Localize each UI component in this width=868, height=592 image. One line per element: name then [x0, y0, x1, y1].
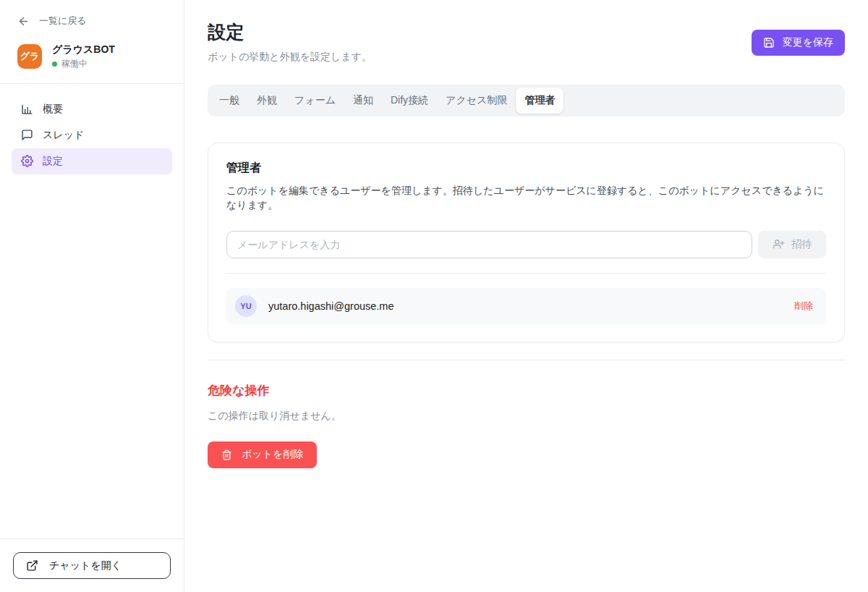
- settings-tabbar: 一般 外観 フォーム 通知 Dify接続 アクセス制限 管理者: [208, 85, 845, 117]
- tab-access-restriction[interactable]: アクセス制限: [437, 88, 516, 114]
- open-chat-button[interactable]: チャットを開く: [13, 552, 171, 579]
- save-changes-button[interactable]: 変更を保存: [752, 30, 845, 56]
- delete-bot-label: ボットを削除: [242, 448, 303, 461]
- status-dot-icon: [52, 62, 57, 67]
- card-divider: [226, 273, 826, 274]
- danger-zone: 危険な操作 この操作は取り消せません。 ボットを削除: [208, 382, 845, 468]
- bar-chart-icon: [21, 103, 33, 115]
- gear-icon: [21, 155, 33, 167]
- danger-zone-note: この操作は取り消せません。: [208, 410, 845, 423]
- back-to-list-label: 一覧に戻る: [39, 14, 87, 28]
- external-link-icon: [26, 559, 38, 572]
- tab-notifications[interactable]: 通知: [344, 88, 382, 114]
- back-to-list-button[interactable]: 一覧に戻る: [17, 14, 87, 28]
- tab-admins[interactable]: 管理者: [516, 88, 563, 114]
- admins-card-title: 管理者: [226, 161, 826, 176]
- bot-status-label: 稼働中: [61, 58, 88, 70]
- email-input[interactable]: [226, 231, 752, 258]
- arrow-left-icon: [17, 15, 30, 28]
- sidebar: 一覧に戻る グラ グラウスBOT 稼働中 概要 スレッド: [0, 0, 184, 592]
- main-content: 設定 ボットの挙動と外観を設定します。 変更を保存 一般 外観 フォーム 通知 …: [184, 0, 868, 592]
- sidebar-footer: チャットを開く: [0, 538, 184, 592]
- invite-button[interactable]: 招待: [758, 231, 826, 258]
- save-changes-label: 変更を保存: [783, 36, 833, 49]
- invite-row: 招待: [226, 231, 826, 258]
- sidebar-item-label: 設定: [43, 155, 63, 168]
- floppy-disk-icon: [763, 37, 775, 48]
- bot-status: 稼働中: [52, 58, 115, 70]
- admins-card: 管理者 このボットを編集できるユーザーを管理します。招待したユーザーがサービスに…: [208, 143, 845, 342]
- page-header-text: 設定 ボットの挙動と外観を設定します。: [208, 20, 372, 64]
- section-divider: [208, 360, 845, 360]
- member-delete-button[interactable]: 削除: [794, 300, 813, 313]
- open-chat-label: チャットを開く: [49, 559, 122, 572]
- bot-meta: グラウスBOT 稼働中: [52, 43, 115, 70]
- sidebar-item-settings[interactable]: 設定: [12, 148, 172, 174]
- sidebar-item-overview[interactable]: 概要: [12, 96, 172, 122]
- page-header: 設定 ボットの挙動と外観を設定します。 変更を保存: [208, 20, 845, 64]
- member-email: yutaro.higashi@grouse.me: [268, 300, 394, 312]
- admins-card-description: このボットを編集できるユーザーを管理します。招待したユーザーがサービスに登録する…: [226, 183, 826, 213]
- back-row: 一覧に戻る: [0, 0, 184, 39]
- sidebar-item-label: スレッド: [43, 129, 84, 142]
- sidebar-nav: 概要 スレッド 設定: [0, 83, 184, 187]
- member-row: YU yutaro.higashi@grouse.me 削除: [226, 288, 826, 324]
- sidebar-item-threads[interactable]: スレッド: [12, 122, 172, 148]
- delete-bot-button[interactable]: ボットを削除: [208, 441, 317, 468]
- bot-name: グラウスBOT: [52, 43, 115, 56]
- tab-dify-connection[interactable]: Dify接続: [382, 88, 437, 114]
- sidebar-item-label: 概要: [43, 103, 63, 116]
- danger-zone-title: 危険な操作: [208, 382, 845, 399]
- bot-avatar: グラ: [17, 44, 42, 69]
- page-title: 設定: [208, 20, 372, 44]
- chat-bubble-icon: [21, 129, 33, 141]
- invite-label: 招待: [792, 238, 812, 251]
- tab-form[interactable]: フォーム: [286, 88, 344, 114]
- bot-info: グラ グラウスBOT 稼働中: [0, 39, 184, 83]
- tab-appearance[interactable]: 外観: [248, 88, 286, 114]
- tab-general[interactable]: 一般: [210, 88, 248, 114]
- user-plus-icon: [773, 238, 785, 250]
- trash-icon: [221, 449, 232, 460]
- member-avatar: YU: [235, 295, 257, 317]
- page-subtitle: ボットの挙動と外観を設定します。: [208, 51, 372, 64]
